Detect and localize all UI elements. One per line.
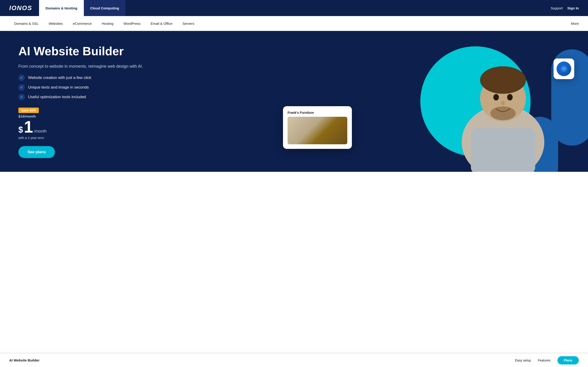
nav-hosting[interactable]: Hosting <box>97 16 119 31</box>
hero-section: AI Website Builder From concept to websi… <box>0 31 588 172</box>
laptop-screen <box>288 117 347 144</box>
check-icon-3 <box>18 94 25 100</box>
price-period: /month <box>34 129 47 134</box>
svg-point-8 <box>560 65 568 73</box>
feature-text-3: Useful optimization tools included <box>28 95 86 99</box>
hero-subtitle: From concept to website in moments, reim… <box>18 63 143 69</box>
hero-title: AI Website Builder <box>18 45 143 58</box>
top-bar: IONOS Domains & Hosting Cloud Computing … <box>0 0 588 16</box>
nav-ecommerce[interactable]: eCommerce <box>68 16 97 31</box>
nav-more[interactable]: More <box>571 22 579 25</box>
hero-person <box>455 50 551 172</box>
ai-icon-card <box>553 58 574 79</box>
nav-servers[interactable]: Servers <box>178 16 199 31</box>
nav-email-office[interactable]: Email & Office <box>146 16 178 31</box>
svg-point-7 <box>490 106 516 120</box>
svg-point-9 <box>563 68 564 69</box>
second-nav-left: Domains & SSL Websites eCommerce Hosting… <box>9 16 199 31</box>
ai-icon-inner <box>556 61 571 76</box>
logo[interactable]: IONOS <box>9 4 32 12</box>
furniture-image <box>288 117 347 144</box>
second-nav: Domains & SSL Websites eCommerce Hosting… <box>0 16 588 31</box>
top-nav-tab-cloud[interactable]: Cloud Computing <box>84 0 126 16</box>
feature-text-1: Website creation with just a few click <box>28 75 91 80</box>
top-nav-tab-domains[interactable]: Domains & Hosting <box>39 0 84 16</box>
signin-button[interactable]: Sign In <box>567 6 579 10</box>
see-plans-button[interactable]: See plans <box>18 146 55 158</box>
top-bar-left: IONOS Domains & Hosting Cloud Computing <box>9 0 125 16</box>
feature-text-2: Unique texts and image in seconds <box>28 85 89 90</box>
feature-item-1: Website creation with just a few click <box>18 75 143 81</box>
price-dollar: $ <box>18 125 23 135</box>
svg-point-10 <box>564 68 565 69</box>
price-term: with a 1-year term <box>18 136 143 140</box>
check-icon-2 <box>18 84 25 91</box>
svg-point-2 <box>480 66 526 94</box>
nav-websites[interactable]: Websites <box>44 16 68 31</box>
feature-item-2: Unique texts and image in seconds <box>18 84 143 91</box>
nav-wordpress[interactable]: WordPress <box>119 16 146 31</box>
svg-point-6 <box>501 101 505 105</box>
price-amount: 1 <box>24 119 33 135</box>
laptop-card: Frank's Furniture <box>283 106 352 149</box>
top-bar-right: Support Sign In <box>551 6 579 10</box>
hero-features: Website creation with just a few click U… <box>18 75 143 100</box>
laptop-card-title: Frank's Furniture <box>288 111 347 115</box>
svg-point-5 <box>507 94 513 100</box>
feature-item-3: Useful optimization tools included <box>18 94 143 100</box>
ai-icon-svg <box>560 65 568 73</box>
svg-point-4 <box>493 94 499 100</box>
save-badge: Save 94% <box>18 108 39 113</box>
check-icon-1 <box>18 75 25 81</box>
nav-domains-ssl[interactable]: Domains & SSL <box>9 16 44 31</box>
price-row: $ 1 /month <box>18 119 143 135</box>
person-svg <box>457 55 549 172</box>
hero-content: AI Website Builder From concept to websi… <box>18 45 143 158</box>
support-link[interactable]: Support <box>551 6 563 10</box>
top-nav: Domains & Hosting Cloud Computing <box>39 0 125 16</box>
hero-right: Frank's Furniture <box>265 31 588 172</box>
